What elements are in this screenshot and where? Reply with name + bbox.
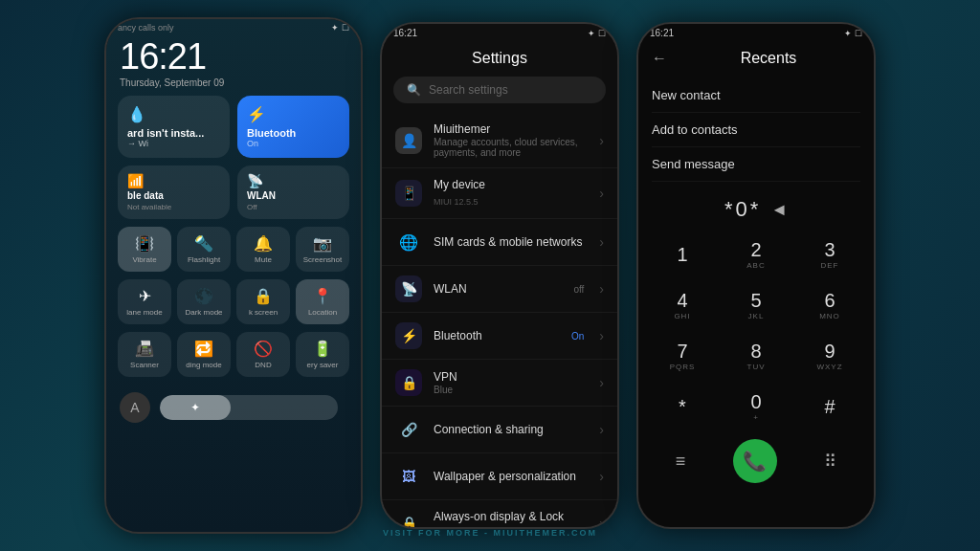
- control-center-screen: ancy calls only ✦ ☐ 16:21 Thursday, Sept…: [106, 19, 361, 532]
- cc-mute[interactable]: 🔔 Mute: [236, 227, 290, 272]
- screenshot-icon: 📷: [313, 234, 332, 253]
- settings-item-bluetooth[interactable]: ⚡ Bluetooth On ›: [382, 313, 617, 360]
- wlan-settings-icon: 📡: [395, 276, 422, 302]
- miuithemer-sub: Manage accounts, cloud services, payment…: [434, 137, 588, 158]
- dialer-key-3[interactable]: 3 DEF: [793, 230, 866, 279]
- dialer-display: *0* ◄: [638, 186, 874, 230]
- mydevice-text: My device MIUI 12.5.5: [434, 178, 588, 209]
- cc-dnd-label: DND: [255, 361, 271, 369]
- dialer-key-8[interactable]: 8 TUV: [720, 331, 792, 381]
- cc-dnd[interactable]: 🚫 DND: [236, 332, 290, 377]
- cc-vibrate[interactable]: 📳 Vibrate: [118, 227, 171, 272]
- settings-screen: 16:21 ✦ ☐ Settings 🔍 Search settings 👤 M…: [382, 24, 617, 527]
- brightness-slider[interactable]: ✦: [160, 395, 338, 420]
- dialer-digit-0: 0: [750, 391, 761, 413]
- cc-airplane[interactable]: ✈ lane mode: [118, 279, 171, 324]
- cc-flashlight-label: Flashlight: [188, 255, 220, 264]
- wlan-value: off: [573, 284, 584, 295]
- cc-tile-wlan[interactable]: 📡 WLAN Off: [237, 165, 349, 219]
- dialer-key-1[interactable]: 1: [646, 230, 719, 279]
- avatar[interactable]: A: [120, 392, 150, 423]
- settings-item-connection[interactable]: 🔗 Connection & sharing ›: [382, 407, 617, 453]
- settings-item-lockscreen[interactable]: 🔒 Always-on display & Lock screen ›: [382, 500, 617, 527]
- bluetooth-value: On: [571, 331, 584, 342]
- dialer-key-hash[interactable]: #: [793, 382, 866, 431]
- battery-saver-icon: 🔋: [313, 340, 332, 358]
- cc-battery-saver[interactable]: 🔋 ery saver: [296, 332, 349, 377]
- recents-options-list: New contact Add to contacts Send message: [638, 75, 874, 186]
- settings-item-mydevice[interactable]: 📱 My device MIUI 12.5.5 ›: [382, 168, 617, 219]
- dialer-letters-8: TUV: [747, 363, 766, 371]
- connection-label: Connection & sharing: [434, 423, 588, 436]
- wlan-icon: 📡: [247, 173, 340, 188]
- dialer-key-4[interactable]: 4 GHI: [646, 280, 719, 330]
- miuithemer-label: Miuithemer: [434, 122, 588, 136]
- cc-lockscreen[interactable]: 🔒 k screen: [236, 279, 290, 324]
- status-icons-2: ✦ ☐: [588, 29, 606, 38]
- cc-reading[interactable]: 🔁 ding mode: [177, 332, 231, 377]
- dialer-digit-7: 7: [677, 341, 687, 363]
- dialer-menu-icon[interactable]: ≡: [676, 452, 686, 472]
- cc-location[interactable]: 📍 Location: [296, 279, 349, 324]
- vpn-sub: Blue: [434, 385, 588, 395]
- cc-grid-1: 📳 Vibrate 🔦 Flashlight 🔔 Mute 📷 Screensh…: [106, 227, 361, 279]
- settings-item-miuithemer[interactable]: 👤 Miuithemer Manage accounts, cloud serv…: [382, 113, 617, 168]
- cc-clock: 16:21: [106, 36, 361, 77]
- dialer-digit-8: 8: [750, 341, 761, 363]
- wlan-text: WLAN: [434, 282, 562, 296]
- dialer-more-icon[interactable]: ⠿: [824, 451, 836, 472]
- water-icon: 💧: [127, 105, 220, 123]
- arrow-icon-8: ›: [599, 516, 604, 527]
- dialer-key-9[interactable]: 9 WXYZ: [793, 331, 866, 381]
- dialer-delete-button[interactable]: ◄: [770, 200, 788, 220]
- settings-item-simcards[interactable]: 🌐 SIM cards & mobile networks ›: [382, 219, 617, 266]
- dialer-letters-5: JKL: [748, 312, 765, 320]
- settings-item-wlan[interactable]: 📡 WLAN off ›: [382, 266, 617, 313]
- cc-flashlight[interactable]: 🔦 Flashlight: [177, 227, 231, 272]
- status-icons-1: ✦ ☐: [331, 23, 349, 33]
- wlan-label: WLAN: [434, 282, 562, 296]
- cc-tile-water[interactable]: 💧 ard isn't insta... → Wi: [118, 96, 230, 158]
- cc-tile-bluetooth[interactable]: ⚡ Bluetooth On: [237, 96, 349, 158]
- dialer-key-7[interactable]: 7 PQRS: [646, 331, 719, 381]
- bluetooth-text: Bluetooth: [434, 329, 560, 342]
- reading-icon: 🔁: [194, 340, 213, 358]
- settings-item-vpn[interactable]: 🔒 VPN Blue ›: [382, 360, 617, 407]
- cc-vibrate-label: Vibrate: [132, 255, 156, 264]
- cc-screenshot[interactable]: 📷 Screenshot: [296, 227, 349, 272]
- dialer-key-2[interactable]: 2 ABC: [720, 230, 792, 279]
- dialer-letters-6: MNO: [819, 312, 840, 320]
- back-button[interactable]: ←: [652, 50, 667, 67]
- flashlight-icon: 🔦: [194, 234, 213, 253]
- miuithemer-text: Miuithemer Manage accounts, cloud servic…: [434, 122, 588, 158]
- recents-option-new-contact[interactable]: New contact: [652, 78, 860, 113]
- cc-scanner[interactable]: 📠 Scanner: [118, 332, 171, 377]
- settings-item-wallpaper[interactable]: 🖼 Wallpaper & personalization ›: [382, 453, 617, 500]
- recents-option-add-contacts[interactable]: Add to contacts: [652, 113, 860, 147]
- dialer-letters-7: PQRS: [670, 363, 696, 371]
- cc-bottom-bar: A ✦: [106, 385, 361, 430]
- cc-tile-water-label: ard isn't insta...: [127, 127, 220, 139]
- arrow-icon-3: ›: [599, 281, 604, 297]
- dialer-key-5[interactable]: 5 JKL: [720, 280, 792, 330]
- cc-darkmode[interactable]: 🌑 Dark mode: [177, 279, 231, 324]
- lockscreen-settings-icon: 🔒: [395, 510, 422, 527]
- dialer-key-0[interactable]: 0 +: [720, 382, 792, 431]
- darkmode-icon: 🌑: [194, 287, 213, 305]
- cc-tile-data[interactable]: 📶 ble data Not available: [118, 165, 230, 219]
- dialer-key-star[interactable]: *: [646, 382, 719, 431]
- bluetooth-label: Bluetooth: [434, 329, 560, 342]
- recents-option-send-message[interactable]: Send message: [652, 147, 860, 182]
- phone-control-center: ancy calls only ✦ ☐ 16:21 Thursday, Sept…: [104, 17, 363, 534]
- call-button[interactable]: 📞: [733, 439, 777, 483]
- airplane-icon: ✈: [139, 287, 151, 305]
- dialer-key-6[interactable]: 6 MNO: [793, 280, 866, 330]
- cc-tile-water-sub: → Wi: [127, 139, 220, 148]
- dialer-letters-9: WXYZ: [816, 363, 842, 371]
- settings-search-bar[interactable]: 🔍 Search settings: [393, 77, 606, 103]
- cc-battery-label: ery saver: [307, 361, 339, 369]
- cc-grid-3: 📠 Scanner 🔁 ding mode 🚫 DND 🔋 ery saver: [106, 332, 361, 385]
- dialer-digit-star: *: [679, 396, 686, 418]
- cc-tile-wlan-sub: Off: [247, 203, 340, 211]
- emergency-text: ancy calls only: [118, 23, 174, 33]
